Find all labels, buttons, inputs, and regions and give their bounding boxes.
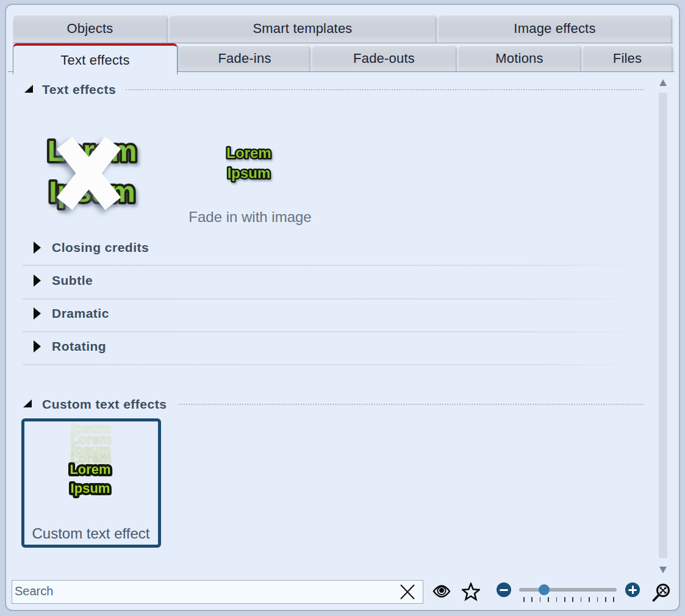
svg-text:Custom text effect: Custom text effect xyxy=(32,525,150,542)
svg-text:Ipsum: Ipsum xyxy=(228,165,271,181)
svg-text:Lorem: Lorem xyxy=(70,462,110,477)
svg-text:Ipsum: Ipsum xyxy=(71,481,110,496)
svg-text:Lorem: Lorem xyxy=(226,145,271,161)
